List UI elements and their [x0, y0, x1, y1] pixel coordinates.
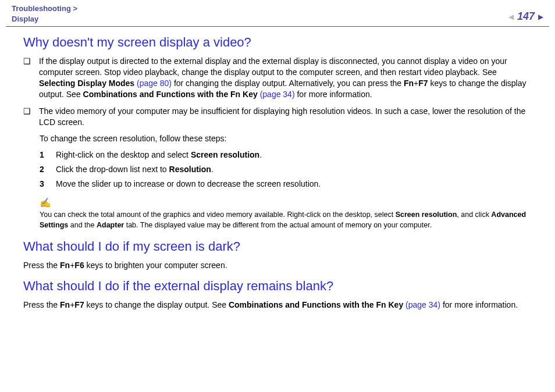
section-heading-video: Why doesn't my screen display a video? — [23, 35, 532, 50]
step-number: 1 — [40, 149, 48, 161]
bullet-icon: ❑ — [23, 106, 31, 117]
link-page-80[interactable]: (page 80) — [137, 79, 172, 88]
breadcrumb-subsection: Display — [12, 15, 38, 23]
breadcrumb-section: Troubleshooting — [12, 4, 71, 13]
next-page-icon[interactable]: ▶ — [538, 13, 543, 20]
section-heading-dark: What should I do if my screen is dark? — [23, 239, 532, 254]
section-heading-external-blank: What should I do if the external display… — [23, 279, 532, 294]
header-divider — [6, 26, 549, 27]
note-icon: ✍ — [40, 197, 532, 208]
step-text: Click the drop-down list next to Resolut… — [56, 163, 214, 176]
list-item: ❑ If the display output is directed to t… — [23, 56, 532, 100]
steps-intro: To change the screen resolution, follow … — [40, 133, 532, 144]
breadcrumb: Troubleshooting > Display — [12, 3, 77, 24]
page-number-nav: ◀ 147 ▶ — [508, 3, 543, 23]
paragraph: Press the Fn+F6 keys to brighten your co… — [23, 260, 532, 271]
step-text: Right-click on the desktop and select Sc… — [56, 149, 262, 161]
bullet-text: If the display output is directed to the… — [39, 56, 532, 100]
page-header: Troubleshooting > Display ◀ 147 ▶ — [0, 0, 555, 26]
bullet-text: The video memory of your computer may be… — [39, 106, 532, 128]
step-number: 2 — [40, 163, 48, 176]
link-page-34[interactable]: (page 34) — [260, 90, 295, 99]
step-2: 2 Click the drop-down list next to Resol… — [40, 163, 532, 176]
page-number: 147 — [517, 10, 535, 23]
step-number: 3 — [40, 178, 48, 190]
step-3: 3 Move the slider up to increase or down… — [40, 178, 532, 190]
step-1: 1 Right-click on the desktop and select … — [40, 149, 532, 161]
link-page-34[interactable]: (page 34) — [405, 300, 440, 309]
list-item: ❑ The video memory of your computer may … — [23, 106, 532, 128]
note-text: You can check the total amount of the gr… — [40, 209, 532, 230]
bullet-icon: ❑ — [23, 56, 31, 67]
page-content: Why doesn't my screen display a video? ❑… — [0, 35, 555, 311]
prev-page-icon[interactable]: ◀ — [508, 13, 514, 20]
paragraph: Press the Fn+F7 keys to change the displ… — [23, 300, 532, 311]
step-text: Move the slider up to increase or down t… — [56, 178, 321, 190]
breadcrumb-separator: > — [73, 4, 77, 13]
